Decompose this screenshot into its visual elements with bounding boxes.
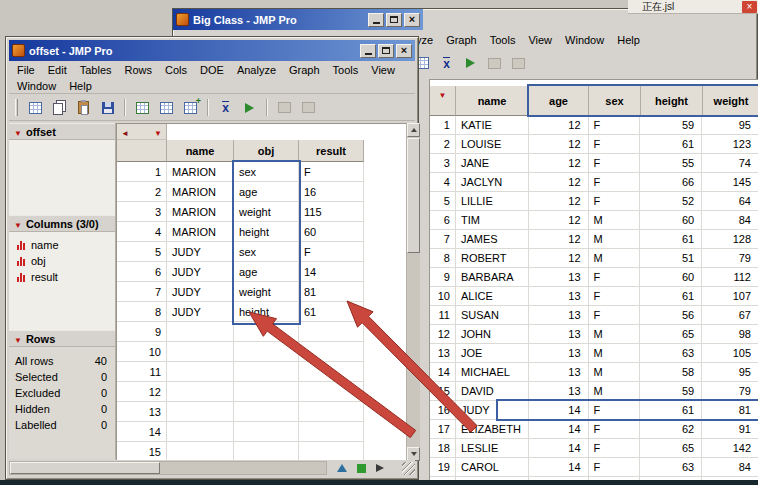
- menu-item-analyze[interactable]: Analyze: [237, 64, 276, 76]
- cell-sex[interactable]: F: [589, 420, 641, 439]
- cell-name[interactable]: [167, 342, 234, 362]
- cell-weight[interactable]: 64: [702, 192, 758, 211]
- cell-obj[interactable]: [234, 442, 299, 460]
- cell-n[interactable]: 4: [117, 222, 167, 242]
- cell-n[interactable]: 11: [117, 362, 167, 382]
- table-row-6[interactable]: 6JUDYage14: [117, 262, 406, 282]
- table-row-15[interactable]: 15DAVID13M5979: [430, 382, 758, 401]
- cell-height[interactable]: 62: [640, 420, 702, 439]
- cell-name[interactable]: [167, 382, 234, 402]
- cell-n[interactable]: 11: [430, 306, 456, 325]
- cell-obj[interactable]: [234, 342, 299, 362]
- cell-height[interactable]: 51: [640, 249, 702, 268]
- cell-n[interactable]: 9: [430, 268, 456, 287]
- cell-result[interactable]: F: [299, 242, 364, 262]
- cell-n[interactable]: 3: [430, 154, 456, 173]
- cell-name[interactable]: JACLYN: [456, 173, 529, 192]
- cell-sex[interactable]: M: [589, 344, 641, 363]
- maximize-button[interactable]: [378, 44, 394, 58]
- new-table-icon[interactable]: [26, 99, 45, 116]
- cell-n[interactable]: 17: [430, 420, 456, 439]
- cell-name[interactable]: ALICE: [456, 287, 529, 306]
- cell-height[interactable]: 61: [640, 287, 702, 306]
- cell-height[interactable]: 66: [640, 173, 702, 192]
- cell-sex[interactable]: F: [589, 135, 641, 154]
- cell-height[interactable]: 56: [640, 306, 702, 325]
- cell-obj[interactable]: [234, 362, 299, 382]
- scrollbar-thumb[interactable]: [10, 462, 160, 474]
- table-row-8[interactable]: 8JUDYheight61: [117, 302, 406, 322]
- cell-age[interactable]: 12: [529, 173, 589, 192]
- cell-weight[interactable]: 95: [702, 116, 758, 135]
- columns-panel-header[interactable]: Columns (3/0): [9, 215, 115, 232]
- cell-sex[interactable]: F: [589, 116, 641, 135]
- columns-triangle-icon[interactable]: [154, 126, 162, 138]
- table-row-1[interactable]: 1MARIONsexF: [117, 162, 406, 182]
- table-row-13[interactable]: 13: [117, 402, 406, 422]
- cell-result[interactable]: 115: [299, 202, 364, 222]
- cell-weight[interactable]: 74: [702, 154, 758, 173]
- cell-name[interactable]: JOE: [456, 344, 529, 363]
- cell-n[interactable]: 13: [430, 344, 456, 363]
- scroll-up-arrow-icon[interactable]: [407, 123, 420, 137]
- cell-n[interactable]: 5: [430, 192, 456, 211]
- scroll-down-arrow-icon[interactable]: [407, 447, 420, 461]
- cell-obj[interactable]: age: [234, 182, 299, 202]
- table-row-3[interactable]: 3MARIONweight115: [117, 202, 406, 222]
- cell-name[interactable]: BARBARA: [456, 268, 529, 287]
- run-script-icon[interactable]: [461, 55, 480, 72]
- cell-age[interactable]: 14: [529, 439, 589, 458]
- table-edit-icon[interactable]: [133, 99, 152, 116]
- cell-age[interactable]: 14: [529, 420, 589, 439]
- table-row-15[interactable]: 15: [117, 442, 406, 460]
- table-row-12[interactable]: 12JOHN13M6598: [430, 325, 758, 344]
- cell-name[interactable]: DAVID: [456, 382, 529, 401]
- xbar-formula-icon[interactable]: [216, 99, 235, 116]
- table-row-8[interactable]: 8ROBERT12M5179: [430, 249, 758, 268]
- cell-age[interactable]: 12: [529, 135, 589, 154]
- cell-n[interactable]: 4: [430, 173, 456, 192]
- cell-n[interactable]: 1: [430, 116, 456, 135]
- cell-name[interactable]: [167, 422, 234, 442]
- table-panel-header[interactable]: offset: [9, 123, 115, 140]
- column-item-result[interactable]: result: [9, 269, 115, 285]
- cell-age[interactable]: 12: [529, 211, 589, 230]
- column-header-obj[interactable]: obj: [234, 140, 299, 162]
- cell-age[interactable]: 12: [529, 154, 589, 173]
- table-row-5[interactable]: 5LILLIE12F5264: [430, 192, 758, 211]
- table-row-4[interactable]: 4MARIONheight60: [117, 222, 406, 242]
- cell-n[interactable]: 15: [430, 382, 456, 401]
- cell-n[interactable]: 8: [430, 249, 456, 268]
- cell-result[interactable]: 60: [299, 222, 364, 242]
- table-row-4[interactable]: 4JACLYN12F66145: [430, 173, 758, 192]
- file-tab-label[interactable]: 正在.jsl: [628, 0, 742, 14]
- rows-panel-header[interactable]: Rows: [9, 330, 115, 347]
- menu-item-tools[interactable]: Tools: [490, 34, 516, 46]
- cell-name[interactable]: JOHN: [456, 325, 529, 344]
- help-disabled-icon[interactable]: [509, 55, 528, 72]
- cell-age[interactable]: 12: [529, 249, 589, 268]
- cell-name[interactable]: MARION: [167, 202, 234, 222]
- table-row-1[interactable]: 1KATIE12F5995: [430, 116, 758, 135]
- cell-sex[interactable]: M: [589, 230, 641, 249]
- cell-result[interactable]: 16: [299, 182, 364, 202]
- cell-name[interactable]: LOUISE: [456, 135, 529, 154]
- minimize-button[interactable]: [360, 44, 376, 58]
- cell-result[interactable]: 81: [299, 282, 364, 302]
- resize-grip[interactable]: [402, 462, 415, 475]
- cell-age[interactable]: 13: [529, 287, 589, 306]
- cell-result[interactable]: [299, 342, 364, 362]
- cell-weight[interactable]: 142: [702, 439, 758, 458]
- cell-obj[interactable]: height: [234, 222, 299, 242]
- cell-height[interactable]: 52: [640, 192, 702, 211]
- column-item-name[interactable]: name: [9, 237, 115, 253]
- cell-name[interactable]: MARION: [167, 182, 234, 202]
- table-row-11[interactable]: 11SUSAN13F5667: [430, 306, 758, 325]
- column-header-height[interactable]: height: [641, 86, 703, 116]
- cell-sex[interactable]: M: [589, 382, 641, 401]
- table-row-7[interactable]: 7JUDYweight81: [117, 282, 406, 302]
- cell-n[interactable]: 6: [430, 211, 456, 230]
- table-corner-cell[interactable]: [430, 86, 456, 116]
- cell-n[interactable]: 18: [430, 439, 456, 458]
- table-row-11[interactable]: 11: [117, 362, 406, 382]
